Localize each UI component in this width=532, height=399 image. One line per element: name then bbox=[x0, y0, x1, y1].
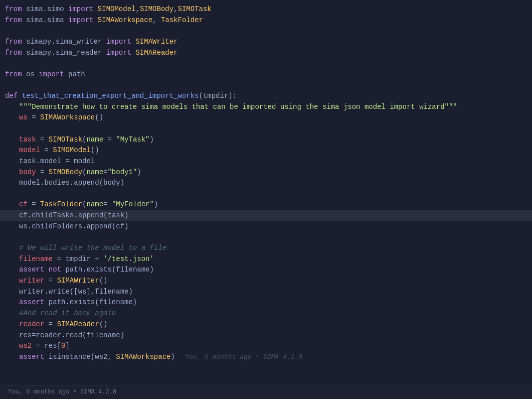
code-line-4: from simapy.sima_writer import SIMAWrite… bbox=[0, 37, 532, 48]
code-line-3 bbox=[0, 26, 532, 37]
code-line-12 bbox=[0, 123, 532, 135]
code-line-20: cf.childTasks.append(task) bbox=[0, 210, 532, 221]
code-line-24: filename = tmpdir + '/test.json' bbox=[0, 254, 532, 265]
code-line-7: from os import path bbox=[0, 69, 532, 80]
status-bar: You, 6 months ago • SIMA 4.2.0 bbox=[0, 385, 532, 399]
code-line-10: """Demonstrate how to create sima models… bbox=[0, 102, 532, 113]
code-line-8 bbox=[0, 80, 532, 91]
code-line-33: assert isinstance(ws2, SIMAWorkspace)You… bbox=[0, 352, 532, 363]
code-line-15: task.model = model bbox=[0, 156, 532, 167]
code-line-17: model.bodies.append(body) bbox=[0, 178, 532, 189]
code-line-13: task = SIMOTask(name = "MyTask") bbox=[0, 135, 532, 146]
code-line-28: assert path.exists(filename) bbox=[0, 297, 532, 308]
status-blame: You, 6 months ago • SIMA 4.2.0 bbox=[8, 387, 116, 397]
code-line-27: writer.write([ws],filename) bbox=[0, 287, 532, 298]
code-line-31: res=reader.read(filename) bbox=[0, 330, 532, 341]
code-line-30: reader = SIMAReader() bbox=[0, 319, 532, 330]
code-line-2: from sima.sima import SIMAWorkspace, Tas… bbox=[0, 15, 532, 26]
code-line-18 bbox=[0, 189, 532, 200]
code-line-14: model = SIMOModel() bbox=[0, 145, 532, 156]
code-line-29: #And read it back again bbox=[0, 308, 532, 319]
code-line-22 bbox=[0, 232, 532, 243]
code-line-32: ws2 = res[0] bbox=[0, 341, 532, 352]
code-line-5: from simapy.sima_reader import SIMAReade… bbox=[0, 48, 532, 59]
code-line-25: assert not path.exists(filename) bbox=[0, 264, 532, 276]
code-area: from sima.simo import SIMOModel,SIMOBody… bbox=[0, 0, 532, 367]
code-line-6 bbox=[0, 58, 532, 69]
code-line-21: ws.childFolders.append(cf) bbox=[0, 221, 532, 232]
code-line-16: body = SIMOBody(name="body1") bbox=[0, 167, 532, 178]
editor-container: from sima.simo import SIMOModel,SIMOBody… bbox=[0, 0, 532, 399]
code-line-23: # We will write the model to a file bbox=[0, 243, 532, 254]
code-line-26: writer = SIMAWriter() bbox=[0, 276, 532, 287]
code-line-11: ws = SIMAWorkspace() bbox=[0, 112, 532, 123]
code-line-9: def test_that_creation_export_and_import… bbox=[0, 91, 532, 102]
inline-blame: You, 6 months ago • SIMA 4.2.0 bbox=[185, 353, 302, 361]
code-line-19: cf = TaskFolder(name= "MyFolder") bbox=[0, 199, 532, 210]
code-line-1: from sima.simo import SIMOModel,SIMOBody… bbox=[0, 4, 532, 15]
